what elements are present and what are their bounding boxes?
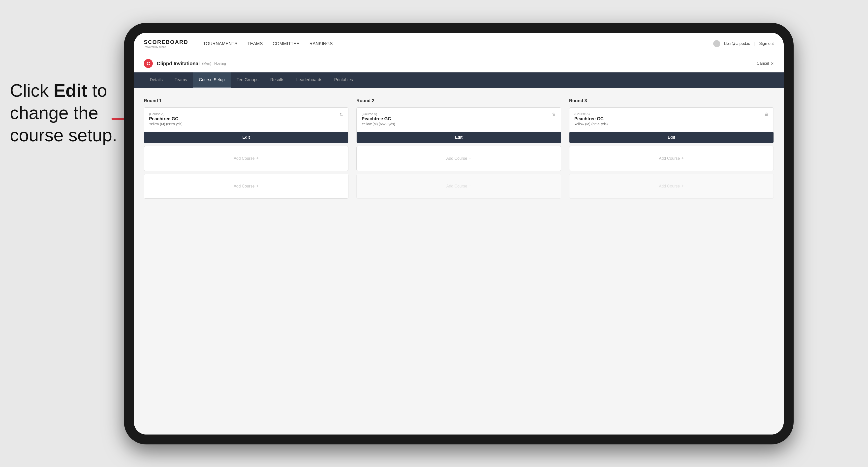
scoreboard-logo: SCOREBOARD Powered by clippd	[144, 39, 188, 49]
sub-header: C Clippd Invitational (Men) Hosting Canc…	[134, 55, 784, 72]
add-course-plus-r3: +	[681, 156, 684, 161]
sign-out-link[interactable]: Sign out	[759, 41, 774, 46]
add-course-plus-icon: +	[256, 156, 259, 161]
round-1-add-course-2[interactable]: Add Course +	[144, 174, 348, 199]
nav-tournaments[interactable]: TOURNAMENTS	[203, 39, 238, 49]
add-course-plus-r2: +	[469, 156, 471, 161]
round-3-edit-button[interactable]: Edit	[569, 132, 774, 143]
tab-printables[interactable]: Printables	[328, 72, 359, 88]
course-name: Peachtree GC	[149, 116, 183, 122]
course-details-2: Yellow (M) (6629 yds)	[362, 122, 395, 126]
close-icon: ✕	[771, 61, 774, 66]
add-course-label-r2-2: Add Course	[446, 184, 467, 188]
expand-icon[interactable]: ⇅	[340, 112, 343, 118]
course-info-2: (Course A) Peachtree GC Yellow (M) (6629…	[362, 112, 395, 130]
bold-edit: Edit	[54, 81, 87, 100]
nav-links: TOURNAMENTS TEAMS COMMITTEE RANKINGS	[203, 39, 713, 49]
cancel-label: Cancel	[757, 61, 769, 66]
nav-separator: |	[754, 41, 755, 46]
tab-results[interactable]: Results	[265, 72, 290, 88]
logo-subtitle: Powered by clippd	[144, 45, 188, 49]
round-1-edit-button[interactable]: Edit	[144, 132, 348, 143]
top-nav: SCOREBOARD Powered by clippd TOURNAMENTS…	[134, 33, 784, 55]
round-1-column: Round 1 (Course A) Peachtree GC Yellow (…	[144, 98, 348, 201]
add-course-label-r2: Add Course	[446, 156, 467, 161]
logo-title: SCOREBOARD	[144, 39, 188, 45]
course-name-2: Peachtree GC	[362, 116, 395, 122]
round-1-course-card: (Course A) Peachtree GC Yellow (M) (6629…	[144, 107, 348, 143]
tournament-logo: C	[144, 59, 153, 68]
round-2-course-card: (Course A) Peachtree GC Yellow (M) (6629…	[356, 107, 561, 143]
course-card-header-3: (Course A) Peachtree GC Yellow (M) (6629…	[575, 112, 769, 130]
trash-icon[interactable]: 🗑	[552, 112, 556, 117]
trash-icon-3[interactable]: 🗑	[765, 112, 769, 117]
add-course-plus-r2-2: +	[469, 184, 471, 189]
tab-teams[interactable]: Teams	[168, 72, 193, 88]
course-details-3: Yellow (M) (6629 yds)	[575, 122, 608, 126]
round-3-add-course-1[interactable]: Add Course +	[569, 146, 774, 171]
tab-course-setup[interactable]: Course Setup	[193, 72, 230, 88]
add-course-label-2: Add Course	[234, 184, 255, 188]
round-1-title: Round 1	[144, 98, 348, 103]
instruction-text: Click Edit tochange thecourse setup.	[10, 80, 117, 146]
user-avatar	[713, 40, 720, 47]
course-info-3: (Course A) Peachtree GC Yellow (M) (6629…	[575, 112, 608, 130]
tab-leaderboards[interactable]: Leaderboards	[290, 72, 328, 88]
cancel-button[interactable]: Cancel ✕	[757, 61, 774, 66]
course-name-3: Peachtree GC	[575, 116, 608, 122]
course-card-header: (Course A) Peachtree GC Yellow (M) (6629…	[149, 112, 343, 130]
add-course-label-r3: Add Course	[659, 156, 680, 161]
add-course-label-r3-2: Add Course	[659, 184, 680, 188]
nav-rankings[interactable]: RANKINGS	[310, 39, 333, 49]
round-1-add-course-1[interactable]: Add Course +	[144, 146, 348, 171]
round-3-title: Round 3	[569, 98, 774, 103]
course-label-3: (Course A)	[575, 112, 608, 116]
main-content: Round 1 (Course A) Peachtree GC Yellow (…	[134, 88, 784, 435]
tab-bar: Details Teams Course Setup Tee Groups Re…	[134, 72, 784, 88]
add-course-label: Add Course	[234, 156, 255, 161]
round-2-title: Round 2	[356, 98, 561, 103]
tab-details[interactable]: Details	[144, 72, 168, 88]
round-3-column: Round 3 (Course A) Peachtree GC Yellow (…	[569, 98, 774, 201]
user-email: blair@clippd.io	[724, 41, 750, 46]
nav-teams[interactable]: TEAMS	[248, 39, 263, 49]
tournament-name: Clippd Invitational	[157, 61, 199, 66]
round-2-add-course-2: Add Course +	[356, 174, 561, 199]
tournament-gender: (Men)	[202, 62, 211, 65]
round-2-add-course-1[interactable]: Add Course +	[356, 146, 561, 171]
tab-tee-groups[interactable]: Tee Groups	[230, 72, 265, 88]
tablet-screen: SCOREBOARD Powered by clippd TOURNAMENTS…	[134, 33, 784, 435]
course-card-header-2: (Course A) Peachtree GC Yellow (M) (6629…	[362, 112, 556, 130]
add-course-plus-r3-2: +	[681, 184, 684, 189]
course-label: (Course A)	[149, 112, 183, 116]
hosting-badge: Hosting	[214, 62, 226, 65]
round-3-add-course-2: Add Course +	[569, 174, 774, 199]
tablet-device: SCOREBOARD Powered by clippd TOURNAMENTS…	[124, 23, 794, 444]
course-info: (Course A) Peachtree GC Yellow (M) (6629…	[149, 112, 183, 130]
nav-right: blair@clippd.io | Sign out	[713, 40, 774, 47]
course-label-2: (Course A)	[362, 112, 395, 116]
round-2-edit-button[interactable]: Edit	[356, 132, 561, 143]
rounds-container: Round 1 (Course A) Peachtree GC Yellow (…	[144, 98, 774, 201]
add-course-plus-icon-2: +	[256, 184, 259, 189]
nav-committee[interactable]: COMMITTEE	[273, 39, 300, 49]
round-2-column: Round 2 (Course A) Peachtree GC Yellow (…	[356, 98, 561, 201]
course-details: Yellow (M) (6629 yds)	[149, 122, 183, 126]
round-3-course-card: (Course A) Peachtree GC Yellow (M) (6629…	[569, 107, 774, 143]
